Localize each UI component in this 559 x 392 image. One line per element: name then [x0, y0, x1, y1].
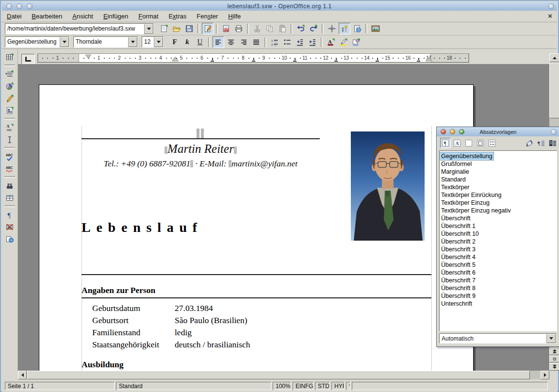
- style-filter-combobox[interactable]: Automatisch: [439, 333, 556, 343]
- spellcheck-button[interactable]: ABC: [3, 150, 16, 163]
- stylist-button[interactable]: [339, 23, 350, 34]
- menu-item-datei[interactable]: Datei: [7, 13, 21, 20]
- font-size-value[interactable]: 12: [142, 37, 154, 47]
- status-cell-4[interactable]: STD: [315, 382, 330, 390]
- paragraph-style-value[interactable]: Gegenüberstellung: [5, 37, 60, 47]
- redo-button[interactable]: [308, 23, 319, 34]
- horizontal-scrollbar[interactable]: [18, 371, 549, 379]
- decrease-indent-button[interactable]: [294, 36, 306, 48]
- menu-item-fenster[interactable]: Fenster: [197, 13, 218, 20]
- bullet-list-button[interactable]: [281, 36, 293, 48]
- style-list-item[interactable]: Textkörper: [440, 183, 557, 191]
- font-size-combobox[interactable]: 12: [142, 36, 164, 48]
- highlighting-button[interactable]: [338, 36, 349, 48]
- status-cell-2[interactable]: 100%: [273, 382, 291, 390]
- menu-item-ansicht[interactable]: Ansicht: [72, 13, 93, 20]
- graphics-onoff-button[interactable]: [3, 221, 16, 233]
- tab-stop-marker[interactable]: [376, 58, 379, 62]
- style-list-item[interactable]: Textkörper Einrückung: [440, 191, 557, 199]
- status-cell-3[interactable]: EINFG: [293, 382, 313, 390]
- numbered-list-button[interactable]: 12: [269, 36, 280, 48]
- character-styles-button[interactable]: A: [452, 138, 462, 148]
- style-list-item[interactable]: Überschrift 6: [440, 269, 557, 277]
- update-style-button[interactable]: [547, 138, 558, 148]
- window-rollup-button[interactable]: [548, 3, 554, 9]
- stylist-window[interactable]: Absatzvorlagen ¶A¶ GegenüberstellungGruß…: [436, 127, 559, 347]
- font-name-combobox[interactable]: Thorndale: [73, 36, 138, 48]
- gallery-button[interactable]: [370, 23, 381, 34]
- table-row[interactable]: Geburtsdatum27.03.1984: [82, 303, 431, 315]
- size-dropdown-button[interactable]: [154, 37, 163, 47]
- style-list-item[interactable]: Überschrift 1: [440, 222, 557, 230]
- direct-cursor-button[interactable]: [3, 133, 16, 146]
- tab-stop-marker[interactable]: [211, 58, 214, 62]
- paragraph-styles-button[interactable]: ¶: [440, 138, 451, 148]
- tab-type-selector[interactable]: [21, 54, 35, 64]
- vertical-scroll-thumb[interactable]: [549, 63, 559, 118]
- header-contact-line[interactable]: Tel.: +49 (0) 6887-92081 · E-Mail: marti…: [68, 159, 333, 169]
- style-list-item[interactable]: Textkörper Einzug negativ: [440, 207, 557, 214]
- filter-dropdown-button[interactable]: [546, 334, 556, 343]
- navigation-button[interactable]: [549, 356, 559, 362]
- previous-page-button[interactable]: [549, 347, 559, 355]
- numbering-styles-button[interactable]: [487, 138, 497, 148]
- data-sources-button[interactable]: [3, 192, 16, 204]
- style-list-item[interactable]: Überschrift 5: [440, 261, 557, 269]
- style-list-item[interactable]: Unterschrift: [440, 300, 557, 308]
- close-document-icon[interactable]: ×: [548, 12, 552, 20]
- menu-item-hilfe[interactable]: Hilfe: [228, 13, 241, 20]
- style-dropdown-button[interactable]: [60, 37, 69, 47]
- edit-file-button[interactable]: [202, 23, 214, 34]
- font-dropdown-button[interactable]: [128, 37, 137, 47]
- scroll-left-button[interactable]: [18, 371, 27, 379]
- next-page-button[interactable]: [549, 363, 559, 371]
- increase-indent-button[interactable]: [307, 36, 318, 48]
- insert-table-button[interactable]: [3, 51, 16, 63]
- portrait-photo[interactable]: [351, 131, 425, 241]
- section-heading-person[interactable]: Angaben zur Person: [82, 285, 431, 298]
- url-field[interactable]: /home/martinix/daten/bewerbung/lebenslau…: [5, 24, 144, 34]
- menu-item-einfgen[interactable]: Einfügen: [103, 13, 128, 20]
- status-cell-6[interactable]: *: [346, 382, 350, 390]
- align-center-button[interactable]: [225, 36, 237, 48]
- align-justify-button[interactable]: [250, 36, 262, 48]
- new-document-button[interactable]: [158, 23, 170, 34]
- autospellcheck-button[interactable]: ABC: [3, 163, 16, 175]
- titlebar[interactable]: lebenslauf3.sxw - OpenOffice.org 1.1: [2, 2, 557, 11]
- right-indent-marker[interactable]: [426, 57, 432, 62]
- align-right-button[interactable]: [238, 36, 249, 48]
- style-list-item[interactable]: Marginalie: [440, 168, 557, 176]
- style-list-item[interactable]: Gegenüberstellung: [440, 152, 493, 160]
- form-functions-button[interactable]: [3, 104, 16, 116]
- style-list-item[interactable]: Überschrift 8: [440, 284, 557, 292]
- bold-button[interactable]: F: [169, 36, 181, 48]
- tab-stop-marker[interactable]: [334, 58, 338, 62]
- status-cell-0[interactable]: Seite 1 / 1: [5, 382, 115, 390]
- new-style-from-selection-button[interactable]: ¶: [536, 138, 546, 148]
- italic-button[interactable]: k: [181, 36, 193, 48]
- style-list-item[interactable]: Überschrift 3: [440, 245, 557, 253]
- document-page[interactable]: Martin Reiter Tel.: +49 (0) 6887-92081 ·…: [39, 84, 474, 371]
- status-cell-empty[interactable]: [352, 382, 548, 390]
- style-list-item[interactable]: Überschrift 2: [440, 238, 557, 245]
- paragraph-style-combobox[interactable]: Gegenüberstellung: [5, 36, 69, 48]
- tab-stop-marker[interactable]: [417, 58, 420, 62]
- undo-button[interactable]: [295, 23, 307, 34]
- style-list-item[interactable]: Überschrift 9: [440, 292, 557, 300]
- status-cell-5[interactable]: HYP: [331, 382, 345, 390]
- tab-stop-marker[interactable]: [252, 58, 255, 62]
- draw-functions-button[interactable]: [3, 92, 16, 104]
- find-replace-button[interactable]: [3, 180, 16, 192]
- style-list[interactable]: GegenüberstellungGrußformelMarginalieSta…: [439, 150, 557, 331]
- insert-button[interactable]: [3, 68, 16, 80]
- print-file-button[interactable]: [233, 23, 245, 34]
- style-list-item[interactable]: Überschrift: [440, 214, 557, 222]
- paragraph-background-button[interactable]: [350, 36, 362, 48]
- stylist-rollup-button[interactable]: [551, 129, 557, 135]
- style-list-item[interactable]: Überschrift 10: [440, 230, 557, 238]
- section-heading-education[interactable]: Ausbildung: [82, 359, 124, 370]
- save-document-button[interactable]: [183, 23, 195, 34]
- status-cell-1[interactable]: Standard: [116, 382, 271, 390]
- style-list-item[interactable]: Textkörper Einzug: [440, 199, 557, 207]
- style-list-item[interactable]: Überschrift 7: [440, 277, 557, 284]
